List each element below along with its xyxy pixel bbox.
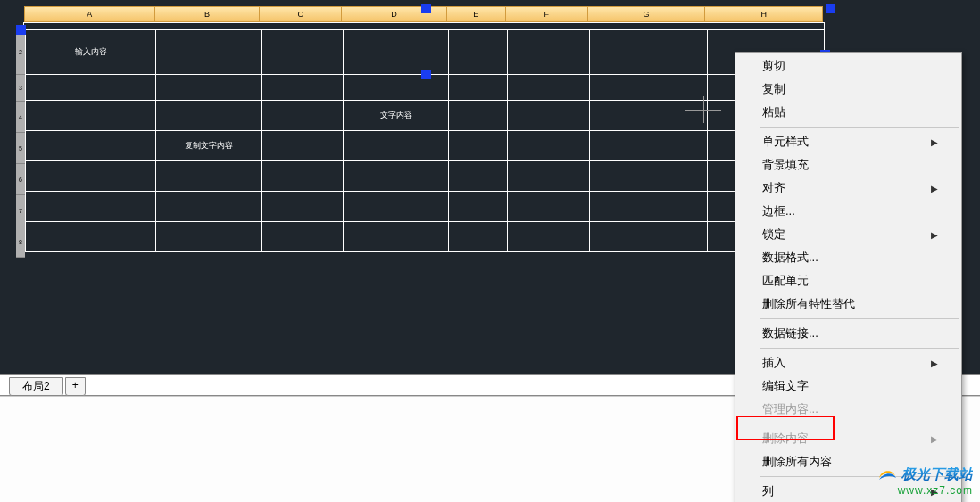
table-row: [26, 192, 825, 222]
table-cell[interactable]: 输入内容: [26, 30, 156, 75]
table-cell[interactable]: [344, 30, 449, 75]
selection-handle-bottom-mid[interactable]: [421, 70, 431, 79]
menu-border[interactable]: 边框...: [735, 200, 961, 223]
table-cell[interactable]: [262, 222, 344, 252]
table-cell[interactable]: [26, 222, 156, 252]
table-row: [26, 222, 825, 252]
table-cell[interactable]: [449, 192, 508, 222]
table-cell[interactable]: [590, 75, 708, 101]
table-cell[interactable]: 文字内容: [344, 101, 449, 131]
table-cell[interactable]: [262, 75, 344, 101]
menu-edit-text[interactable]: 编辑文字: [735, 374, 961, 398]
menu-cut[interactable]: 剪切: [735, 54, 961, 78]
selection-handle-top-right[interactable]: [826, 4, 835, 13]
watermark-url: www.xz7.com: [876, 485, 973, 497]
table-cell[interactable]: [590, 161, 708, 192]
table-cell[interactable]: [449, 101, 508, 131]
row-number-6[interactable]: 6: [16, 164, 25, 195]
tab-add-button[interactable]: +: [65, 377, 86, 396]
table-cell[interactable]: [156, 222, 262, 252]
table-cell[interactable]: [26, 161, 156, 192]
table-cell[interactable]: [590, 222, 708, 252]
row-1-selection-band: [23, 22, 825, 29]
column-header-E[interactable]: E: [447, 7, 506, 21]
table-cell[interactable]: [156, 75, 262, 101]
menu-data-link[interactable]: 数据链接...: [735, 322, 961, 345]
menu-remove-overrides[interactable]: 删除所有特性替代: [735, 292, 961, 316]
row-number-3[interactable]: 3: [16, 75, 25, 102]
table-context-menu: 剪切 复制 粘贴 单元样式▶ 背景填充 对齐▶ 边框... 锁定▶ 数据格式..…: [735, 52, 962, 502]
menu-data-format[interactable]: 数据格式...: [735, 246, 961, 269]
table-cell[interactable]: [590, 101, 708, 131]
menu-background-fill[interactable]: 背景填充: [735, 153, 961, 177]
menu-match-cell[interactable]: 匹配单元: [735, 269, 961, 292]
table-cell[interactable]: [590, 192, 708, 222]
menu-copy[interactable]: 复制: [735, 78, 961, 101]
table-cell[interactable]: [449, 30, 508, 75]
table-cell[interactable]: [508, 30, 590, 75]
table-cell[interactable]: [590, 30, 708, 75]
table-cell[interactable]: [156, 161, 262, 192]
table-cell[interactable]: [262, 161, 344, 192]
table-cell[interactable]: [26, 75, 156, 101]
selection-handle-top-mid[interactable]: [421, 4, 431, 13]
table-cell[interactable]: [508, 222, 590, 252]
table-cell[interactable]: [344, 192, 449, 222]
row-number-7[interactable]: 7: [16, 195, 25, 226]
table-cell[interactable]: [262, 192, 344, 222]
table-cell[interactable]: [590, 131, 708, 161]
row-number-5[interactable]: 5: [16, 133, 25, 164]
table-cell[interactable]: [508, 161, 590, 192]
submenu-arrow-icon: ▶: [931, 434, 938, 444]
column-header-G[interactable]: G: [588, 7, 706, 21]
column-header-A[interactable]: A: [25, 7, 155, 21]
table-cell[interactable]: [508, 101, 590, 131]
table-row: [26, 161, 825, 192]
table-cell[interactable]: 复制文字内容: [156, 131, 262, 161]
table-cell[interactable]: [449, 222, 508, 252]
table-cell[interactable]: [344, 222, 449, 252]
table-cell[interactable]: [262, 30, 344, 75]
row-number-4[interactable]: 4: [16, 102, 25, 133]
table-cell[interactable]: [262, 101, 344, 131]
table-cell[interactable]: [262, 131, 344, 161]
table-row: 文字内容: [26, 101, 825, 131]
table-cell[interactable]: [508, 131, 590, 161]
menu-cell-style[interactable]: 单元样式▶: [735, 130, 961, 153]
submenu-arrow-icon: ▶: [931, 184, 938, 193]
menu-paste[interactable]: 粘贴: [735, 101, 961, 124]
table-cell[interactable]: [26, 101, 156, 131]
row-number-2[interactable]: 2: [16, 29, 25, 75]
tab-layout2[interactable]: 布局2: [9, 377, 63, 396]
watermark-logo-icon: [876, 464, 898, 485]
table-cell[interactable]: [508, 192, 590, 222]
table-cell[interactable]: [449, 75, 508, 101]
column-header-D[interactable]: D: [342, 7, 447, 21]
menu-insert[interactable]: 插入▶: [735, 351, 961, 374]
menu-manage-content: 管理内容...: [735, 398, 961, 421]
watermark-brand: 极光下载站: [901, 467, 973, 482]
cad-table[interactable]: 输入内容文字内容复制文字内容: [25, 29, 825, 252]
table-cell[interactable]: [156, 30, 262, 75]
menu-lock[interactable]: 锁定▶: [735, 223, 961, 246]
column-header-F[interactable]: F: [506, 7, 588, 21]
table-cell[interactable]: [156, 101, 262, 131]
table-row: 复制文字内容: [26, 131, 825, 161]
column-header-H[interactable]: H: [705, 7, 822, 21]
menu-align[interactable]: 对齐▶: [735, 177, 961, 200]
table-cell[interactable]: [449, 161, 508, 192]
column-header-B[interactable]: B: [155, 7, 261, 21]
table-cell[interactable]: [26, 131, 156, 161]
table-cell[interactable]: [449, 131, 508, 161]
table-cell[interactable]: [344, 161, 449, 192]
table-cell[interactable]: [508, 75, 590, 101]
table-cell[interactable]: [344, 75, 449, 101]
menu-delete-content: 删除内容▶: [735, 427, 961, 450]
table-cell[interactable]: [344, 131, 449, 161]
table-cell[interactable]: [156, 192, 262, 222]
row-number-8[interactable]: 8: [16, 226, 25, 258]
table-cell[interactable]: [26, 192, 156, 222]
column-header-C[interactable]: C: [260, 7, 342, 21]
selection-handle-left[interactable]: [16, 25, 26, 35]
watermark: 极光下载站 www.xz7.com: [876, 464, 973, 497]
